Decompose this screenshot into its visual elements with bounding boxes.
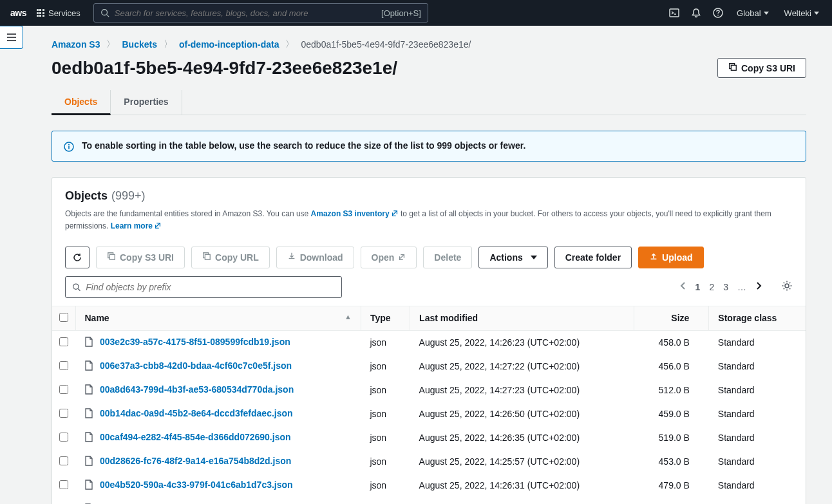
column-last-modified[interactable]: Last modified <box>410 306 634 330</box>
cell-storage-class: Standard <box>709 498 806 504</box>
file-icon <box>84 362 93 373</box>
account-menu[interactable]: Welteki <box>782 8 822 18</box>
open-button[interactable]: Open <box>361 247 417 268</box>
upload-button[interactable]: Upload <box>638 247 703 268</box>
column-type[interactable]: Type <box>361 306 410 330</box>
breadcrumb-buckets[interactable]: Buckets <box>122 39 156 50</box>
download-button[interactable]: Download <box>276 247 354 268</box>
select-all-checkbox[interactable] <box>59 313 68 322</box>
copy-s3-uri-button[interactable]: Copy S3 URI <box>717 58 806 78</box>
svg-point-18 <box>73 284 79 289</box>
cell-size: 456.0 B <box>634 355 709 378</box>
svg-line-19 <box>78 288 80 290</box>
actions-button[interactable]: Actions <box>478 247 547 268</box>
tab-objects[interactable]: Objects <box>52 90 111 115</box>
table-settings[interactable] <box>781 280 793 294</box>
row-checkbox[interactable] <box>59 337 68 346</box>
cell-type: json <box>361 474 410 498</box>
page-next[interactable] <box>755 281 762 292</box>
side-panel-toggle[interactable] <box>0 26 23 49</box>
tab-properties[interactable]: Properties <box>111 90 182 115</box>
row-checkbox[interactable] <box>59 433 68 442</box>
file-icon <box>84 386 93 397</box>
copy-s3-uri-toolbar-button[interactable]: Copy S3 URI <box>96 247 185 268</box>
breadcrumb-s3[interactable]: Amazon S3 <box>52 39 100 50</box>
cell-size: 502.0 B <box>634 498 709 504</box>
page-1[interactable]: 1 <box>695 282 701 292</box>
row-checkbox[interactable] <box>59 480 68 489</box>
page-prev[interactable] <box>680 281 686 292</box>
cell-last-modified: August 25, 2022, 14:26:39 (UTC+02:00) <box>410 498 634 504</box>
page-2[interactable]: 2 <box>709 282 714 292</box>
svg-line-13 <box>393 210 397 214</box>
search-icon <box>100 8 109 17</box>
panel-count: (999+) <box>111 189 146 203</box>
svg-line-1 <box>106 15 109 17</box>
object-name-link[interactable]: 006e37a3-cbb8-42d0-bdaa-4cf60c7c0e5f.jso… <box>100 360 292 371</box>
objects-toolbar: Copy S3 URI Copy URL Download Open Delet… <box>52 239 806 271</box>
aws-logo[interactable]: aws <box>10 8 26 18</box>
cell-type: json <box>361 330 410 355</box>
cell-last-modified: August 25, 2022, 14:26:35 (UTC+02:00) <box>410 426 634 450</box>
page-title: 0edb0a1f-5be5-4e94-9fd7-23ee6e823e1e/ <box>52 58 397 79</box>
object-name-link[interactable]: 00a8d643-799d-4b3f-ae53-680534d770da.jso… <box>100 384 294 395</box>
column-storage-class[interactable]: Storage class <box>709 306 806 330</box>
region-label: Global <box>737 8 761 18</box>
delete-button[interactable]: Delete <box>423 247 472 268</box>
chevron-right-icon: 〉 <box>285 39 294 50</box>
learn-more-link[interactable]: Learn more <box>111 221 162 230</box>
services-menu[interactable]: Services <box>37 8 80 18</box>
caret-down-icon <box>531 256 537 259</box>
object-name-link[interactable]: 00b14dac-0a9d-45b2-8e64-dccd3fefdaec.jso… <box>100 408 293 418</box>
refresh-button[interactable] <box>65 247 90 268</box>
column-size[interactable]: Size <box>634 306 709 330</box>
object-name-link[interactable]: 00e4b520-590a-4c33-979f-041c6ab1d7c3.jso… <box>100 480 293 490</box>
object-name-link[interactable]: 003e2c39-a57c-4175-8f51-089599fcdb19.jso… <box>100 337 290 347</box>
table-row: 00e4b520-590a-4c33-979f-041c6ab1d7c3.jso… <box>52 474 806 498</box>
panel-description: Objects are the fundamental entities sto… <box>65 208 793 232</box>
row-checkbox[interactable] <box>59 456 68 465</box>
create-folder-button[interactable]: Create folder <box>554 247 632 268</box>
user-label: Welteki <box>784 8 811 18</box>
cell-type: json <box>361 498 410 504</box>
cloudshell-icon[interactable] <box>668 7 680 19</box>
copy-icon <box>107 252 116 263</box>
inventory-link[interactable]: Amazon S3 inventory <box>311 209 399 218</box>
objects-search[interactable] <box>65 276 342 298</box>
svg-rect-16 <box>205 255 210 260</box>
svg-rect-15 <box>109 255 115 260</box>
objects-table: Name▲ Type Last modified Size Storage cl… <box>52 306 806 504</box>
sort-icon: ▲ <box>345 313 352 321</box>
breadcrumb-bucket-name[interactable]: of-demo-inception-data <box>179 39 279 50</box>
cell-type: json <box>361 355 410 378</box>
breadcrumb-current: 0edb0a1f-5be5-4e94-9fd7-23ee6e823e1e/ <box>301 39 471 50</box>
help-icon[interactable] <box>712 7 724 19</box>
upload-icon <box>649 252 658 263</box>
gear-icon <box>781 280 793 292</box>
svg-rect-9 <box>731 65 736 70</box>
notifications-icon[interactable] <box>690 7 702 19</box>
svg-point-5 <box>718 15 719 15</box>
cell-last-modified: August 25, 2022, 14:26:50 (UTC+02:00) <box>410 402 634 426</box>
object-name-link[interactable]: 00caf494-e282-4f45-854e-d366dd072690.jso… <box>100 432 291 442</box>
copy-icon <box>728 62 737 73</box>
row-checkbox[interactable] <box>59 361 68 370</box>
global-search[interactable]: [Option+S] <box>93 3 428 23</box>
search-icon <box>72 283 80 292</box>
object-name-link[interactable]: 00d28626-fc76-48f2-9a14-e16a754b8d2d.jso… <box>100 456 291 466</box>
copy-url-button[interactable]: Copy URL <box>191 247 270 268</box>
svg-rect-11 <box>68 146 70 149</box>
external-link-icon <box>154 221 162 232</box>
region-selector[interactable]: Global <box>734 8 771 18</box>
pagination: 1 2 3 … <box>680 280 793 294</box>
cell-type: json <box>361 378 410 402</box>
cell-storage-class: Standard <box>709 474 806 498</box>
column-name[interactable]: Name▲ <box>75 306 361 330</box>
page-more[interactable]: … <box>737 282 746 292</box>
objects-search-input[interactable] <box>86 282 335 292</box>
page-3[interactable]: 3 <box>723 282 728 292</box>
cell-type: json <box>361 450 410 474</box>
row-checkbox[interactable] <box>59 385 68 394</box>
global-search-input[interactable] <box>115 8 376 18</box>
row-checkbox[interactable] <box>59 409 68 418</box>
